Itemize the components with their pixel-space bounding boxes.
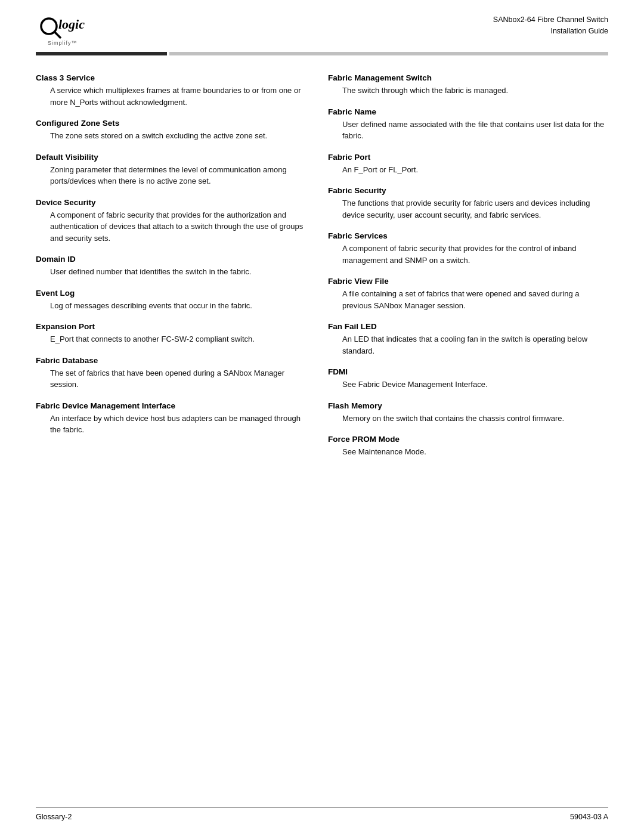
right-entry-6: Fan Fail LEDAn LED that indicates that a… (328, 322, 608, 357)
header-title-line2: Installation Guide (493, 26, 608, 37)
right-def-9: See Maintenance Mode. (328, 446, 608, 458)
left-entry-2: Default VisibilityZoning parameter that … (36, 153, 304, 187)
logo-simplify: Simplify™ (48, 40, 101, 46)
right-entry-2: Fabric PortAn F_Port or FL_Port. (328, 153, 608, 176)
qlogic-logo-svg: logic (36, 14, 101, 41)
divider-light (169, 52, 608, 55)
left-def-3: A component of fabric security that prov… (36, 209, 304, 244)
left-def-4: User defined number that identifies the … (36, 266, 304, 278)
right-term-2: Fabric Port (328, 153, 608, 162)
right-entry-4: Fabric ServicesA component of fabric sec… (328, 231, 608, 266)
page: logic Simplify™ SANbox2-64 Fibre Channel… (0, 0, 644, 833)
right-term-3: Fabric Security (328, 186, 608, 195)
right-entry-7: FDMISee Fabric Device Management Interfa… (328, 367, 608, 391)
right-def-3: The functions that provide security for … (328, 197, 608, 221)
right-def-5: A file containing a set of fabrics that … (328, 288, 608, 311)
right-def-1: User defined name associated with the fi… (328, 119, 608, 142)
svg-text:logic: logic (58, 17, 85, 32)
right-term-0: Fabric Management Switch (328, 73, 608, 82)
col-left: Class 3 ServiceA service which multiplex… (36, 73, 322, 469)
right-term-9: Force PROM Mode (328, 435, 608, 444)
left-term-7: Fabric Database (36, 356, 304, 365)
left-term-0: Class 3 Service (36, 73, 304, 82)
left-def-5: Log of messages describing events that o… (36, 300, 304, 312)
left-term-2: Default Visibility (36, 153, 304, 162)
left-term-3: Device Security (36, 198, 304, 207)
right-entry-8: Flash MemoryMemory on the switch that co… (328, 401, 608, 425)
content: Class 3 ServiceA service which multiplex… (0, 55, 644, 481)
left-def-0: A service which multiplexes frames at fr… (36, 85, 304, 108)
left-entry-1: Configured Zone SetsThe zone sets stored… (36, 119, 304, 142)
right-term-8: Flash Memory (328, 401, 608, 410)
left-entry-6: Expansion PortE_Port that connects to an… (36, 322, 304, 345)
left-entry-8: Fabric Device Management InterfaceAn int… (36, 401, 304, 436)
right-entry-9: Force PROM ModeSee Maintenance Mode. (328, 435, 608, 458)
right-term-6: Fan Fail LED (328, 322, 608, 331)
right-def-2: An F_Port or FL_Port. (328, 164, 608, 176)
right-entry-0: Fabric Management SwitchThe switch throu… (328, 73, 608, 97)
col-right: Fabric Management SwitchThe switch throu… (322, 73, 608, 469)
right-entry-5: Fabric View FileA file containing a set … (328, 277, 608, 311)
left-def-8: An interface by which device host bus ad… (36, 413, 304, 436)
right-entry-3: Fabric SecurityThe functions that provid… (328, 186, 608, 221)
left-entry-3: Device SecurityA component of fabric sec… (36, 198, 304, 244)
left-term-1: Configured Zone Sets (36, 119, 304, 128)
right-term-7: FDMI (328, 367, 608, 376)
divider-dark (36, 52, 167, 55)
footer-left: Glossary-2 (36, 813, 72, 821)
right-entry-1: Fabric NameUser defined name associated … (328, 107, 608, 142)
left-entry-7: Fabric DatabaseThe set of fabrics that h… (36, 356, 304, 391)
right-def-4: A component of fabric security that prov… (328, 243, 608, 266)
left-term-5: Event Log (36, 289, 304, 298)
right-term-1: Fabric Name (328, 107, 608, 116)
left-term-6: Expansion Port (36, 322, 304, 331)
footer: Glossary-2 59043-03 A (0, 807, 644, 834)
left-entry-0: Class 3 ServiceA service which multiplex… (36, 73, 304, 108)
left-def-6: E_Port that connects to another FC-SW-2 … (36, 333, 304, 345)
left-def-1: The zone sets stored on a switch excludi… (36, 130, 304, 142)
footer-right: 59043-03 A (570, 813, 608, 821)
left-def-2: Zoning parameter that determines the lev… (36, 164, 304, 187)
right-def-7: See Fabric Device Management Interface. (328, 379, 608, 391)
right-def-0: The switch through which the fabric is m… (328, 85, 608, 97)
logo-area: logic Simplify™ (36, 14, 101, 46)
left-term-4: Domain ID (36, 255, 304, 264)
footer-text: Glossary-2 59043-03 A (0, 808, 644, 833)
header-divider (36, 52, 608, 55)
right-term-5: Fabric View File (328, 277, 608, 286)
svg-line-1 (54, 32, 61, 38)
right-term-4: Fabric Services (328, 231, 608, 240)
header-title-line1: SANbox2-64 Fibre Channel Switch (493, 14, 608, 26)
left-def-7: The set of fabrics that have been opened… (36, 367, 304, 391)
header-title: SANbox2-64 Fibre Channel Switch Installa… (493, 14, 608, 37)
left-entry-5: Event LogLog of messages describing even… (36, 289, 304, 312)
left-term-8: Fabric Device Management Interface (36, 401, 304, 410)
right-def-8: Memory on the switch that contains the c… (328, 413, 608, 425)
right-def-6: An LED that indicates that a cooling fan… (328, 333, 608, 357)
header: logic Simplify™ SANbox2-64 Fibre Channel… (0, 0, 644, 46)
left-entry-4: Domain IDUser defined number that identi… (36, 255, 304, 278)
